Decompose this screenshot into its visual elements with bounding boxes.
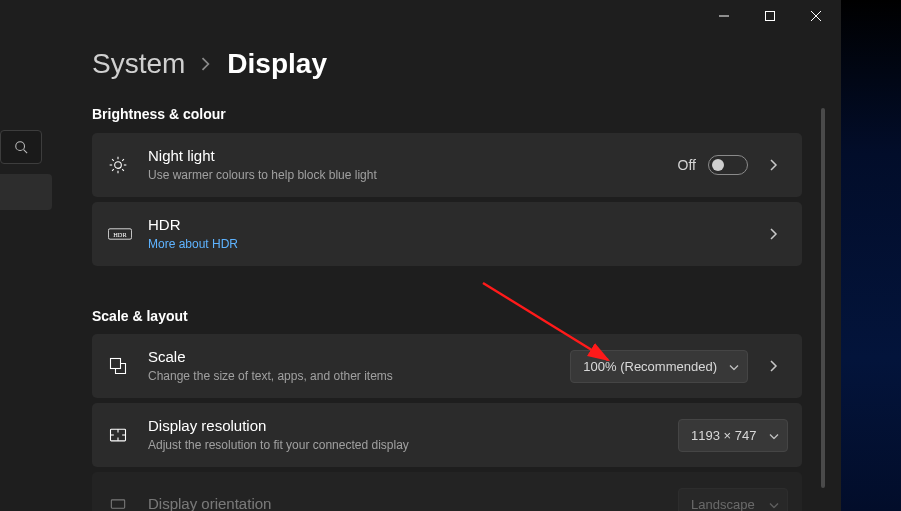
orientation-dropdown-value: Landscape	[691, 497, 755, 512]
night-light-title: Night light	[148, 147, 678, 166]
svg-point-6	[115, 162, 122, 169]
left-nav-collapsed	[0, 130, 52, 210]
scale-dropdown[interactable]: 100% (Recommended)	[570, 350, 748, 383]
window-titlebar	[701, 0, 839, 32]
chevron-down-icon	[729, 359, 739, 374]
sidebar-item-active[interactable]	[0, 174, 52, 210]
minimize-button[interactable]	[701, 2, 747, 30]
scale-subtitle: Change the size of text, apps, and other…	[148, 369, 570, 385]
svg-line-5	[24, 150, 28, 154]
resolution-title: Display resolution	[148, 417, 678, 436]
breadcrumb-current: Display	[227, 48, 327, 80]
orientation-row[interactable]: Display orientation Landscape	[92, 472, 802, 511]
hdr-title: HDR	[148, 216, 760, 235]
breadcrumb-parent[interactable]: System	[92, 48, 185, 80]
svg-text:HDR: HDR	[113, 231, 127, 238]
svg-line-12	[122, 169, 124, 171]
scale-icon	[108, 356, 148, 376]
hdr-icon: HDR	[108, 227, 148, 241]
resolution-dropdown[interactable]: 1193 × 747	[678, 419, 788, 452]
svg-rect-17	[111, 359, 121, 369]
chevron-down-icon	[769, 428, 779, 443]
svg-line-14	[122, 159, 124, 161]
svg-line-11	[112, 159, 114, 161]
svg-rect-1	[766, 12, 775, 21]
hdr-row[interactable]: HDR HDR More about HDR	[92, 202, 802, 266]
night-light-icon	[108, 155, 148, 175]
scale-title: Scale	[148, 348, 570, 367]
resolution-icon	[108, 425, 148, 445]
hdr-link[interactable]: More about HDR	[148, 237, 760, 253]
chevron-right-icon	[201, 53, 211, 76]
brightness-card-group: Night light Use warmer colours to help b…	[92, 133, 802, 271]
chevron-right-icon	[760, 159, 788, 171]
chevron-right-icon	[760, 228, 788, 240]
scrollbar[interactable]	[821, 108, 825, 488]
breadcrumb: System Display	[92, 48, 327, 80]
night-light-state-label: Off	[678, 157, 696, 173]
chevron-down-icon	[769, 497, 779, 512]
scale-layout-card-group: Scale Change the size of text, apps, and…	[92, 334, 802, 511]
maximize-button[interactable]	[747, 2, 793, 30]
svg-rect-23	[111, 500, 124, 508]
scale-row[interactable]: Scale Change the size of text, apps, and…	[92, 334, 802, 398]
section-title-scale-layout: Scale & layout	[92, 308, 188, 324]
svg-line-13	[112, 169, 114, 171]
night-light-subtitle: Use warmer colours to help block blue li…	[148, 168, 678, 184]
resolution-subtitle: Adjust the resolution to fit your connec…	[148, 438, 678, 454]
orientation-dropdown[interactable]: Landscape	[678, 488, 788, 512]
night-light-row[interactable]: Night light Use warmer colours to help b…	[92, 133, 802, 197]
close-button[interactable]	[793, 2, 839, 30]
resolution-dropdown-value: 1193 × 747	[691, 428, 756, 443]
chevron-right-icon	[760, 360, 788, 372]
night-light-toggle[interactable]	[708, 155, 748, 175]
svg-point-4	[16, 142, 25, 151]
search-button[interactable]	[0, 130, 42, 164]
resolution-row[interactable]: Display resolution Adjust the resolution…	[92, 403, 802, 467]
scale-dropdown-value: 100% (Recommended)	[583, 359, 717, 374]
orientation-title: Display orientation	[148, 495, 678, 511]
orientation-icon	[108, 494, 148, 511]
section-title-brightness: Brightness & colour	[92, 106, 226, 122]
desktop-edge	[841, 0, 901, 511]
